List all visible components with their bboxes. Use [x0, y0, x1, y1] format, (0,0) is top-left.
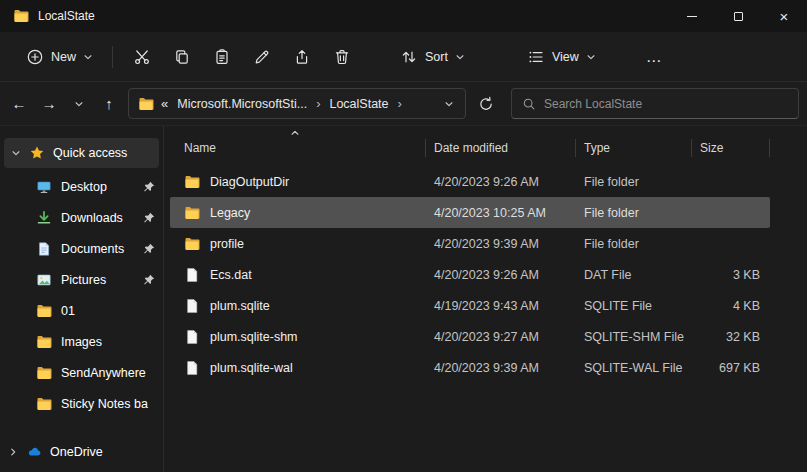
view-button[interactable]: View	[517, 40, 606, 74]
sidebar-item-images[interactable]: Images	[0, 326, 163, 357]
breadcrumb-parent[interactable]: Microsoft.MicrosoftSti...	[175, 95, 309, 113]
sidebar-item-documents[interactable]: Documents	[0, 233, 163, 264]
trash-icon	[333, 48, 351, 66]
file-size: 3 KB	[692, 268, 770, 282]
sidebar-item-sendanywhere[interactable]: SendAnywhere	[0, 357, 163, 388]
file-row-diagoutputdir[interactable]: DiagOutputDir 4/20/2023 9:26 AM File fol…	[170, 166, 770, 197]
search-input[interactable]	[544, 97, 788, 111]
toolbar-separator	[112, 46, 113, 68]
minimize-button[interactable]	[669, 0, 715, 32]
sidebar-item-desktop[interactable]: Desktop	[0, 171, 163, 202]
copy-button[interactable]	[162, 40, 202, 74]
chevron-down-icon[interactable]	[11, 148, 21, 158]
more-options-button[interactable]: …	[636, 40, 672, 74]
folder-icon	[184, 205, 200, 221]
sidebar-item-pictures[interactable]: Pictures	[0, 264, 163, 295]
rename-button[interactable]	[242, 40, 282, 74]
share-button[interactable]	[282, 40, 322, 74]
file-row-profile[interactable]: profile 4/20/2023 9:39 AM File folder	[170, 228, 770, 259]
file-date: 4/20/2023 9:26 AM	[426, 175, 576, 189]
sidebar-item-label: Documents	[61, 242, 124, 256]
monitor-icon	[36, 179, 52, 195]
column-header-date-modified[interactable]: Date modified	[426, 139, 576, 157]
up-button[interactable]: ↑	[94, 89, 124, 119]
file-date: 4/20/2023 9:39 AM	[426, 237, 576, 251]
command-bar: New Sort View	[0, 32, 807, 82]
forward-button[interactable]: →	[34, 89, 64, 119]
sidebar: Quick access Desktop Downloads Documents…	[0, 126, 164, 472]
sort-ascending-icon	[290, 128, 300, 138]
address-dropdown-button[interactable]	[437, 91, 461, 117]
file-type: SQLITE File	[576, 299, 692, 313]
pin-icon	[143, 212, 155, 224]
plus-circle-icon	[26, 48, 44, 66]
file-row-legacy[interactable]: Legacy 4/20/2023 10:25 AM File folder	[170, 197, 770, 228]
cut-button[interactable]	[122, 40, 162, 74]
clipboard-icon	[213, 48, 231, 66]
address-row: ← → ↑ « Microsoft.MicrosoftSti... › Loca…	[0, 82, 807, 126]
file-size: 32 KB	[692, 330, 770, 344]
folder-icon	[36, 334, 52, 350]
sidebar-item-label: Desktop	[61, 180, 107, 194]
sort-button[interactable]: Sort	[390, 40, 475, 74]
sidebar-item-label: 01	[61, 304, 75, 318]
sidebar-item-quick-access[interactable]: Quick access	[4, 138, 159, 168]
close-button[interactable]: ×	[761, 0, 807, 32]
view-list-icon	[527, 48, 545, 66]
sidebar-item-01[interactable]: 01	[0, 295, 163, 326]
sidebar-item-onedrive[interactable]: OneDrive	[0, 438, 163, 472]
share-icon	[293, 48, 311, 66]
sidebar-item-downloads[interactable]: Downloads	[0, 202, 163, 233]
chevron-right-icon[interactable]	[8, 447, 18, 457]
search-box	[511, 88, 799, 119]
sidebar-item-sticky-notes[interactable]: Sticky Notes ba	[0, 388, 163, 419]
file-date: 4/20/2023 9:26 AM	[426, 268, 576, 282]
file-date: 4/19/2023 9:43 AM	[426, 299, 576, 313]
column-header-size[interactable]: Size	[692, 139, 770, 157]
pin-icon	[143, 274, 155, 286]
delete-button[interactable]	[322, 40, 362, 74]
paste-button[interactable]	[202, 40, 242, 74]
column-header-type[interactable]: Type	[576, 139, 692, 157]
recent-locations-button[interactable]	[64, 89, 94, 119]
file-type: DAT File	[576, 268, 692, 282]
folder-icon	[36, 396, 52, 412]
column-header-name[interactable]: Name	[170, 139, 426, 157]
maximize-button[interactable]	[715, 0, 761, 32]
onedrive-cloud-icon	[26, 444, 42, 460]
up-icon: ↑	[105, 95, 113, 112]
sidebar-item-label: Images	[61, 335, 102, 349]
file-row-plum-sqlite-shm[interactable]: plum.sqlite-shm 4/20/2023 9:27 AM SQLITE…	[170, 321, 770, 352]
scissors-icon	[133, 48, 151, 66]
address-bar[interactable]: « Microsoft.MicrosoftSti... › LocalState…	[128, 88, 466, 119]
file-row-ecs-dat[interactable]: Ecs.dat 4/20/2023 9:26 AM DAT File 3 KB	[170, 259, 770, 290]
file-row-plum-sqlite-wal[interactable]: plum.sqlite-wal 4/20/2023 9:39 AM SQLITE…	[170, 352, 770, 383]
back-icon: ←	[12, 95, 27, 112]
pin-icon	[143, 243, 155, 255]
breadcrumb-separator-icon: ›	[398, 96, 402, 111]
explorer-window: LocalState × New	[0, 0, 807, 472]
breadcrumb-overflow-button[interactable]: «	[161, 96, 168, 111]
file-size: 4 KB	[692, 299, 770, 313]
breadcrumb-current[interactable]: LocalState	[327, 95, 390, 113]
new-button[interactable]: New	[16, 40, 103, 74]
folder-icon	[36, 365, 52, 381]
window-title: LocalState	[38, 9, 95, 23]
file-name: profile	[210, 237, 244, 251]
folder-icon	[184, 236, 200, 252]
title-bar: LocalState ×	[0, 0, 807, 32]
file-name: plum.sqlite	[210, 299, 270, 313]
folder-icon	[184, 174, 200, 190]
minimize-icon	[687, 16, 697, 17]
file-size: 697 KB	[692, 361, 770, 375]
forward-icon: →	[42, 95, 57, 112]
ellipsis-icon: …	[646, 48, 662, 66]
document-icon	[36, 241, 52, 257]
back-button[interactable]: ←	[4, 89, 34, 119]
chevron-down-icon	[74, 99, 84, 109]
file-type: SQLITE-SHM File	[576, 330, 692, 344]
chevron-down-icon	[455, 52, 465, 62]
refresh-icon	[477, 95, 495, 113]
refresh-button[interactable]	[471, 89, 501, 119]
file-row-plum-sqlite[interactable]: plum.sqlite 4/19/2023 9:43 AM SQLITE Fil…	[170, 290, 770, 321]
